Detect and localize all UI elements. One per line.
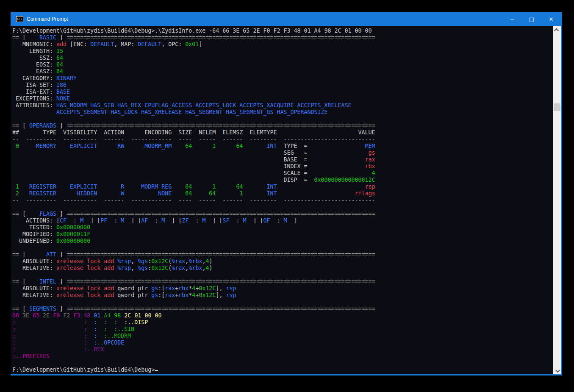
- console-line: RELATIVE: xrelease lock add %rsp, %gs:0x…: [12, 265, 553, 272]
- scrollbar-track[interactable]: [553, 26, 561, 374]
- console-line: ISA-SET: I86: [12, 82, 553, 89]
- console-line: F:\Development\GitHub\zydis\Build64\Debu…: [12, 28, 553, 34]
- console-line: [12, 360, 553, 367]
- console-line: == [ FLAGS ] ===========================…: [12, 211, 553, 217]
- console-line: [12, 299, 553, 306]
- console-line: == [ OPERANDS ] ========================…: [12, 122, 553, 129]
- console-line: [12, 245, 553, 251]
- console-line: : :..REX: [12, 346, 553, 353]
- console-line: == [ INTEL ] ===========================…: [12, 278, 553, 285]
- console-line: 66 3E 65 2E F0 F2 F3 48 01 A4 98 2C 01 0…: [12, 312, 553, 319]
- command-prompt-window: C:\ Command Prompt ─ □ ✕ F:\Development\…: [11, 12, 562, 375]
- console-line: SCALE = 4: [12, 170, 553, 177]
- window-title: Command Prompt: [27, 16, 502, 22]
- console-line: == [ BASIC ] ===========================…: [12, 34, 553, 41]
- minimize-button[interactable]: ─: [502, 12, 522, 26]
- console-line: SEG = gs: [12, 150, 553, 156]
- close-button[interactable]: ✕: [541, 12, 561, 26]
- console-line: [12, 204, 553, 211]
- chevron-up-icon: [554, 28, 559, 33]
- console-line: RELATIVE: xrelease lock add qword ptr gs…: [12, 292, 553, 299]
- console-line: EOSZ: 64: [12, 61, 553, 68]
- chevron-down-icon: [555, 367, 560, 372]
- console-line: EXCEPTIONS: NONE: [12, 95, 553, 102]
- console-line: :..PREFIXES: [12, 353, 553, 360]
- console-line: == [ SEGMENTS ] ========================…: [12, 306, 553, 312]
- scrollbar-down-button[interactable]: [553, 367, 561, 374]
- console-line: ABSOLUTE: xrelease lock add qword ptr gs…: [12, 285, 553, 292]
- console-line: INDEX = rbx: [12, 163, 553, 170]
- title-bar[interactable]: C:\ Command Prompt ─ □ ✕: [11, 12, 561, 26]
- console-line: MODIFIED: 0x0000011F: [12, 231, 553, 238]
- console-line: ISA-EXT: BASE: [12, 89, 553, 95]
- window-controls: ─ □ ✕: [502, 12, 561, 26]
- console-line: CATEGORY: BINARY: [12, 75, 553, 82]
- console-line: : : : : :..SIB: [12, 326, 553, 333]
- console-line: : : : : : :..DISP: [12, 319, 553, 326]
- console-line: EASZ: 64: [12, 68, 553, 75]
- scrollbar-up-button[interactable]: [553, 26, 561, 33]
- console-line: DISP = 0x000000000000012C: [12, 177, 553, 183]
- console-line: : : :..OPCODE: [12, 339, 553, 346]
- console-line: BASE = rax: [12, 156, 553, 163]
- console-line: 1 REGISTER EXPLICIT R MODRM_REG 64 1 64 …: [12, 183, 553, 190]
- console-line: : : : :..MODRM: [12, 333, 553, 339]
- console-line: ATTRIBUTES: HAS_MODRM HAS_SIB HAS_REX CP…: [12, 102, 553, 109]
- cmd-icon: C:\: [16, 16, 23, 22]
- console-line: 2 REGISTER HIDDEN W NONE 64 64 1 INT rfl…: [12, 190, 553, 197]
- console-line: ABSOLUTE: xrelease lock add %rsp, %gs:0x…: [12, 258, 553, 265]
- console-line: UNDEFINED: 0x00000000: [12, 238, 553, 245]
- text-cursor: [155, 370, 158, 371]
- console-line: F:\Development\GitHub\zydis\Build64\Debu…: [12, 367, 553, 373]
- console-line: -- --------- ---------- ------ ---------…: [12, 136, 553, 143]
- console-line: SSZ: 64: [12, 55, 553, 61]
- console-line: ACCEPTS_SEGMENT HAS_LOCK HAS_XRELEASE HA…: [12, 109, 553, 116]
- console-line: [12, 116, 553, 122]
- console-line: MNEMONIC: add [ENC: DEFAULT, MAP: DEFAUL…: [12, 41, 553, 48]
- scrollbar-thumb[interactable]: [554, 103, 560, 111]
- console-line: 0 MEMORY EXPLICIT RW MODRM_RM 64 1 64 IN…: [12, 143, 553, 150]
- console-output[interactable]: F:\Development\GitHub\zydis\Build64\Debu…: [11, 26, 553, 374]
- console-line: TESTED: 0x00000000: [12, 224, 553, 231]
- console-line: -- --------- ---------- ------ ---------…: [12, 197, 553, 204]
- console-line: ## TYPE VISIBILITY ACTION ENCODING SIZE …: [12, 129, 553, 136]
- console-line: LENGTH: 15: [12, 48, 553, 55]
- console-line: [12, 272, 553, 278]
- maximize-button[interactable]: □: [522, 12, 541, 26]
- console-line: ACTIONS: [CF : M ] [PF : M ] [AF : M ] […: [12, 217, 553, 224]
- console-line: == [ ATT ] =============================…: [12, 251, 553, 258]
